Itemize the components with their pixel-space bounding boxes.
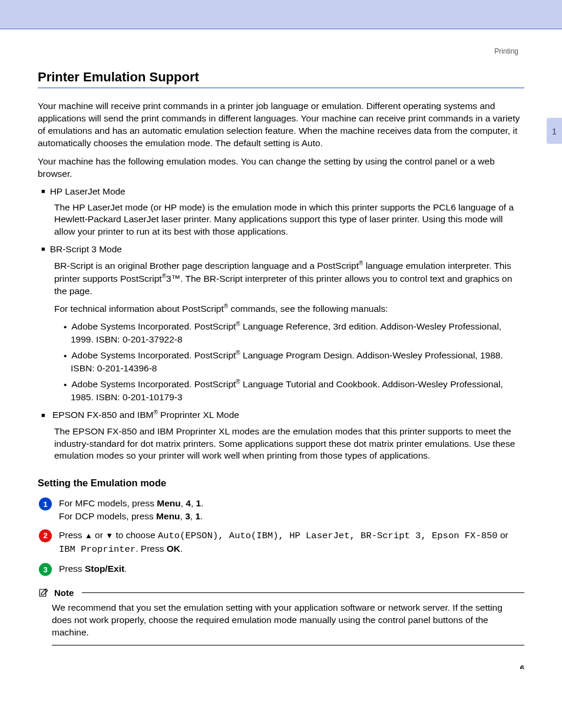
mode-epson-desc: The EPSON FX-850 and IBM Proprinter XL m… [54,426,524,463]
ok-key: OK [167,543,180,554]
step-number-icon: 2 [39,529,52,542]
mode-brscript-tech: For technical information about PostScri… [54,302,524,315]
step-1: 1 For MFC models, press Menu, 4, 1. For … [39,497,524,522]
text: or [92,530,105,540]
registered-icon: ® [236,321,240,327]
intro-paragraph-1: Your machine will receive print commands… [38,100,524,150]
step-1-body: For MFC models, press Menu, 4, 1. For DC… [59,497,524,522]
reference-item: Adobe Systems Incorporated. PostScript® … [64,378,524,403]
mode-hp: HP LaserJet Mode The HP LaserJet mode (o… [41,186,524,239]
note-rule [82,592,524,593]
reference-item: Adobe Systems Incorporated. PostScript® … [64,349,524,374]
step-2: 2 Press ▲ or ▼ to choose Auto(EPSON), Au… [39,529,524,556]
text: or [498,530,508,540]
steps-list: 1 For MFC models, press Menu, 4, 1. For … [39,497,524,576]
mode-brscript-desc: BR-Script is an original Brother page de… [54,259,524,298]
mode-hp-title: HP LaserJet Mode [41,186,524,197]
menu-key: Menu [157,498,180,508]
step-number-icon: 3 [39,563,52,576]
mode-epson: EPSON FX-850 and IBM® Proprinter XL Mode… [41,409,524,462]
mode-epson-title: EPSON FX-850 and IBM® Proprinter XL Mode [41,409,524,420]
text: Adobe Systems Incorporated. PostScript [71,380,236,390]
emulation-modes-list: HP LaserJet Mode The HP LaserJet mode (o… [38,186,524,463]
step-3: 3 Press Stop/Exit. [39,562,524,576]
menu-key: Menu [156,511,180,521]
note-label: Note [54,588,74,598]
chapter-tab: 1 [547,118,562,144]
text: , [191,498,196,508]
text: BR-Script is an original Brother page de… [54,261,359,271]
registered-icon: ® [236,378,240,385]
breadcrumb: Printing [38,47,518,55]
subsection-heading: Setting the Emulation mode [38,477,524,489]
text: commands, see the following manuals: [228,304,388,314]
down-arrow-icon: ▼ [105,531,113,540]
registered-icon: ® [236,350,240,356]
page-content: Printing 1 Printer Emulation Support You… [0,47,562,669]
text: , [180,511,186,521]
note-header: Note [38,587,524,598]
text: . [124,564,127,574]
mode-hp-desc: The HP LaserJet mode (or HP mode) is the… [54,202,524,239]
text: Proprinter XL Mode [158,410,239,420]
text: . [200,511,203,521]
text: For MFC models, press [59,498,157,508]
mode-brscript-title: BR-Script 3 Mode [41,244,524,255]
note-pencil-icon [38,587,49,598]
section-heading: Printer Emulation Support [38,70,524,88]
key-1: 1 [196,498,201,508]
reference-list: Adobe Systems Incorporated. PostScript® … [64,320,524,403]
page-number: 6 [520,664,524,669]
option-list: Auto(EPSON), Auto(IBM), HP LaserJet, BR-… [158,531,498,541]
note-block: Note We recommend that you set the emula… [38,587,524,645]
mode-brscript: BR-Script 3 Mode BR-Script is an origina… [41,244,524,403]
step-2-body: Press ▲ or ▼ to choose Auto(EPSON), Auto… [59,529,524,556]
text: For DCP models, press [59,511,156,521]
registered-icon: ® [162,273,166,279]
text: Adobe Systems Incorporated. PostScript [71,322,236,332]
step-3-body: Press Stop/Exit. [59,562,524,575]
text: EPSON FX-850 and IBM [52,410,153,420]
reference-item: Adobe Systems Incorporated. PostScript® … [64,320,524,345]
registered-icon: ® [153,409,157,416]
text: Press [59,564,85,574]
option-last: IBM Proprinter [59,544,135,555]
key-3: 3 [185,511,190,521]
up-arrow-icon: ▲ [85,531,92,540]
text: For technical information about PostScri… [54,304,224,314]
note-text: We recommend that you set the emulation … [52,602,524,645]
text: . [180,543,183,554]
key-4: 4 [186,498,191,508]
text: Adobe Systems Incorporated. PostScript [71,351,236,361]
key-1: 1 [195,511,200,521]
intro-paragraph-2: Your machine has the following emulation… [38,156,524,180]
step-number-icon: 1 [39,498,52,510]
text: . Press [135,543,167,554]
top-banner [0,0,562,29]
text: . [201,498,203,508]
text: Press [59,530,85,540]
text: to choose [113,530,158,540]
stop-exit-key: Stop/Exit [85,564,124,574]
